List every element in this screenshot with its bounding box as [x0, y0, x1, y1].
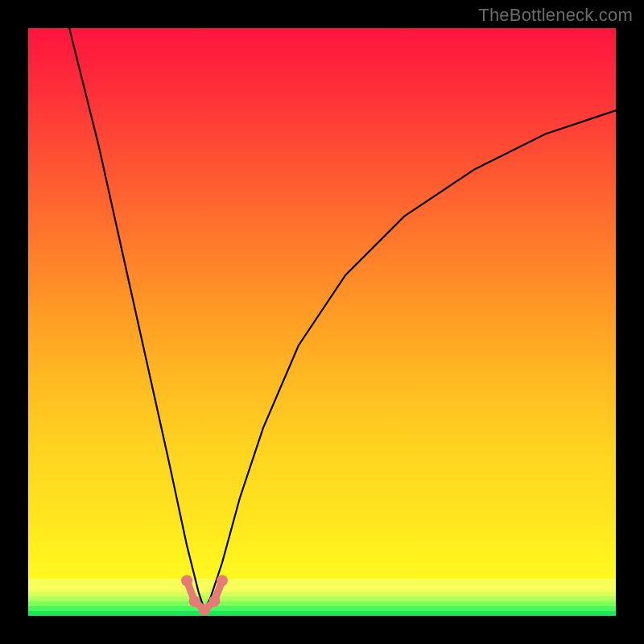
bottleneck-curve — [69, 28, 616, 610]
notch-dots — [181, 575, 228, 616]
notch-dot — [217, 575, 228, 586]
watermark-text: TheBottleneck.com — [478, 5, 633, 26]
notch-dot — [189, 596, 200, 607]
plot-area — [28, 28, 616, 616]
notch-dot — [199, 605, 210, 616]
notch-dot — [181, 575, 192, 586]
chart-stage: TheBottleneck.com — [0, 0, 644, 644]
curve-layer — [28, 28, 616, 616]
notch-dot — [208, 596, 220, 607]
